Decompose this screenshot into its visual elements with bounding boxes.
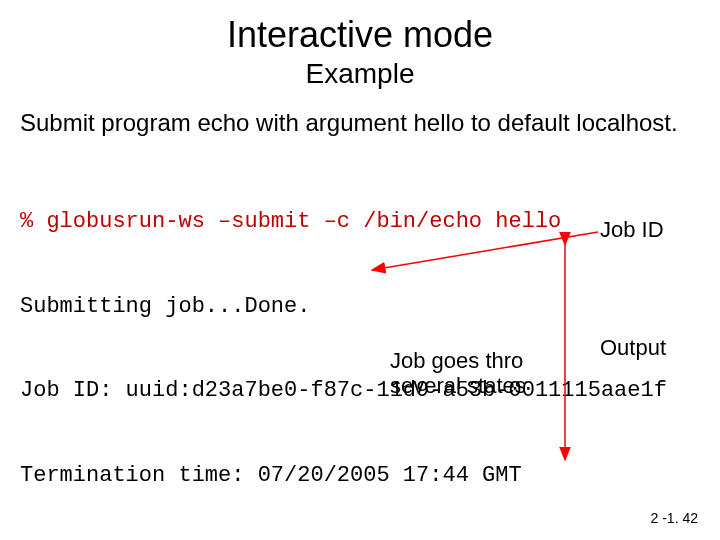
page-title: Interactive mode: [20, 14, 700, 56]
terminal-line: Termination time: 07/20/2005 17:44 GMT: [20, 462, 700, 490]
terminal-command: % globusrun-ws –submit –c /bin/echo hell…: [20, 208, 700, 236]
description-text: Submit program echo with argument hello …: [20, 108, 700, 138]
annotation-job-states-line1: Job goes thro: [390, 348, 523, 373]
annotation-job-id: Job ID: [600, 217, 664, 243]
annotation-output: Output: [600, 335, 666, 361]
annotation-job-states: Job goes thro several states: [390, 348, 526, 399]
annotation-job-states-line2: several states: [390, 373, 526, 398]
terminal-block: % globusrun-ws –submit –c /bin/echo hell…: [20, 152, 700, 540]
terminal-line: Submitting job...Done.: [20, 293, 700, 321]
slide: Interactive mode Example Submit program …: [0, 0, 720, 540]
slide-number: 2 -1. 42: [651, 510, 698, 526]
page-subtitle: Example: [20, 58, 700, 90]
terminal-line: Job ID: uuid:d23a7be0-f87c-11d9-a53b-001…: [20, 377, 700, 405]
